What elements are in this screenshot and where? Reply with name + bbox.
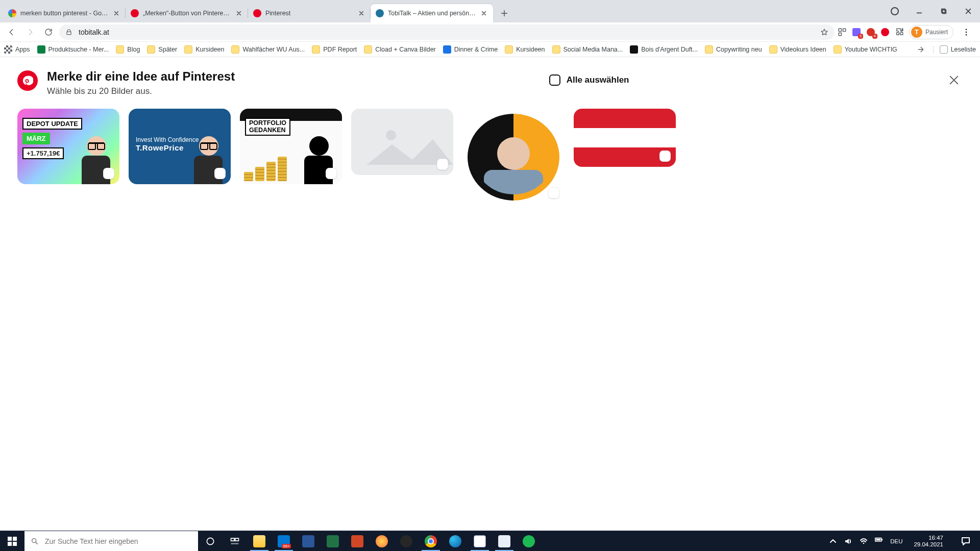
volume-icon[interactable] (844, 537, 852, 545)
bookmark-folder[interactable]: Youtube WICHTIG (834, 45, 897, 54)
bookmark-label: Cload + Canva Bilder (375, 46, 435, 53)
tray-overflow-icon[interactable] (829, 537, 837, 545)
svg-rect-3 (839, 29, 841, 31)
tab-title: TobiTalk – Aktien und persönlich (388, 10, 477, 17)
bookmark-folder[interactable]: Copywriting neu (705, 45, 762, 54)
bookmark-folder[interactable]: Blog (116, 45, 140, 54)
window-minimize-button[interactable] (908, 3, 931, 19)
image-card-flag-austria[interactable] (574, 109, 676, 167)
taskbar-explorer[interactable] (247, 531, 272, 551)
image-grid: DEPOT UPDATE MÄRZ +1.757,19€ Invest With… (0, 102, 980, 213)
taskbar-powerpoint[interactable] (345, 531, 370, 551)
tab-close-button[interactable] (480, 9, 488, 17)
taskbar-mail[interactable]: 99+ (272, 531, 296, 551)
browser-menu-button[interactable] (959, 24, 974, 40)
taskbar-excel[interactable] (321, 531, 345, 551)
bookmark-folder[interactable]: Kursideen (505, 45, 545, 54)
forward-button[interactable] (22, 24, 38, 40)
bookmark-apps[interactable]: Apps (4, 45, 30, 54)
image-select-checkbox[interactable] (103, 168, 114, 179)
image-select-checkbox[interactable] (659, 151, 671, 162)
image-card-portfolio[interactable]: PORTFOLIO GEDANKEN (240, 109, 342, 184)
taskbar-app[interactable] (370, 531, 394, 551)
taskbar-obs[interactable] (394, 531, 419, 551)
tab-pinterest[interactable]: Pinterest (248, 4, 371, 22)
image-select-checkbox[interactable] (548, 187, 559, 198)
tab-tobitalk[interactable]: TobiTalk – Aktien und persönlich (371, 4, 493, 22)
bookmark-label: Kursideen (516, 46, 545, 53)
extension-icon[interactable]: 3 (852, 28, 861, 37)
cast-status-icon[interactable] (890, 7, 899, 16)
bookmark-item[interactable]: Dinner & Crime (443, 45, 498, 54)
overlay-close-button[interactable] (943, 69, 965, 91)
taskbar-app[interactable] (492, 531, 517, 551)
bookmark-label: Youtube WICHTIG (845, 46, 897, 53)
start-button[interactable] (0, 531, 24, 551)
taskbar-search[interactable] (24, 531, 198, 551)
image-select-checkbox[interactable] (437, 159, 448, 170)
bookmark-folder[interactable]: Cload + Canva Bilder (364, 45, 435, 54)
bookmark-folder[interactable]: Kursideen (184, 45, 224, 54)
bookmark-star-icon[interactable] (820, 28, 828, 36)
bookmark-folder[interactable]: Später (147, 45, 177, 54)
bookmark-folder[interactable]: Videokurs Ideen (769, 45, 826, 54)
taskbar-chrome[interactable] (419, 531, 443, 551)
taskbar-word[interactable] (296, 531, 321, 551)
bookmark-folder[interactable]: PDF Report (312, 45, 357, 54)
new-tab-button[interactable] (496, 5, 512, 21)
taskbar-cortana[interactable] (198, 531, 223, 551)
select-all-label: Alle auswählen (567, 75, 629, 85)
profile-chip[interactable]: T Pausiert (909, 25, 953, 39)
bookmark-label: Social Media Mana... (564, 46, 623, 53)
back-button[interactable] (4, 24, 19, 40)
tab-pinterest-button[interactable]: „Merken"-Button von Pinterest - (126, 4, 248, 22)
action-center-button[interactable] (954, 537, 977, 546)
taskbar-search-input[interactable] (44, 537, 192, 546)
tab-google-search[interactable]: merken button pinterest - Googl (3, 4, 126, 22)
window-maximize-button[interactable] (932, 3, 955, 19)
battery-icon[interactable] (875, 537, 883, 545)
site-icon (630, 45, 638, 54)
image-select-checkbox[interactable] (326, 168, 337, 179)
window-close-button[interactable] (957, 3, 980, 19)
reading-list-button[interactable]: Leseliste (933, 45, 976, 54)
taskbar-task-view[interactable] (223, 531, 247, 551)
address-bar[interactable] (59, 24, 835, 40)
overlay-subtitle: Wähle bis zu 20 Bilder aus. (47, 86, 235, 96)
adblock-icon[interactable]: 4 (866, 28, 875, 37)
qr-icon[interactable] (838, 28, 847, 37)
extensions-puzzle-icon[interactable] (895, 28, 904, 37)
reload-button[interactable] (41, 24, 56, 40)
image-card-trowe[interactable]: Invest With Confidence T.RowePrice (129, 109, 231, 184)
url-input[interactable] (78, 28, 815, 37)
input-language[interactable]: DEU (890, 538, 902, 544)
bookmark-folder[interactable]: Social Media Mana... (552, 45, 623, 54)
taskbar-edge[interactable] (443, 531, 468, 551)
bookmark-item[interactable]: Bois d'Argent Duft... (630, 45, 698, 54)
taskbar-spotify[interactable] (517, 531, 541, 551)
bookmarks-overflow-button[interactable] (916, 45, 926, 54)
tab-close-button[interactable] (235, 9, 243, 17)
bookmark-item[interactable]: Produktsuche - Mer... (37, 45, 109, 54)
image-card-placeholder[interactable] (351, 109, 453, 175)
folder-icon (505, 45, 513, 54)
site-icon (37, 45, 45, 54)
image-select-checkbox[interactable] (214, 168, 226, 179)
tab-close-button[interactable] (112, 9, 120, 17)
select-all-toggle[interactable]: Alle auswählen (549, 74, 629, 86)
clock-date: 29.04.2021 (914, 541, 943, 547)
pinterest-extension-icon[interactable] (880, 28, 890, 37)
bookmark-label: Später (158, 46, 177, 53)
taskbar-notepad[interactable] (468, 531, 492, 551)
svg-rect-17 (231, 538, 235, 541)
profile-avatar: T (911, 27, 922, 38)
select-all-checkbox[interactable] (549, 74, 560, 86)
image-card-depot-update[interactable]: DEPOT UPDATE MÄRZ +1.757,19€ (17, 109, 119, 184)
windows-taskbar: 99+ DEU 16:47 29.04.2021 (0, 531, 980, 551)
wifi-icon[interactable] (860, 537, 868, 545)
folder-icon (705, 45, 713, 54)
tab-close-button[interactable] (357, 9, 365, 17)
taskbar-clock[interactable]: 16:47 29.04.2021 (910, 535, 947, 547)
image-card-avatar[interactable] (462, 109, 565, 206)
bookmark-folder[interactable]: Wahlfächer WU Aus... (231, 45, 305, 54)
